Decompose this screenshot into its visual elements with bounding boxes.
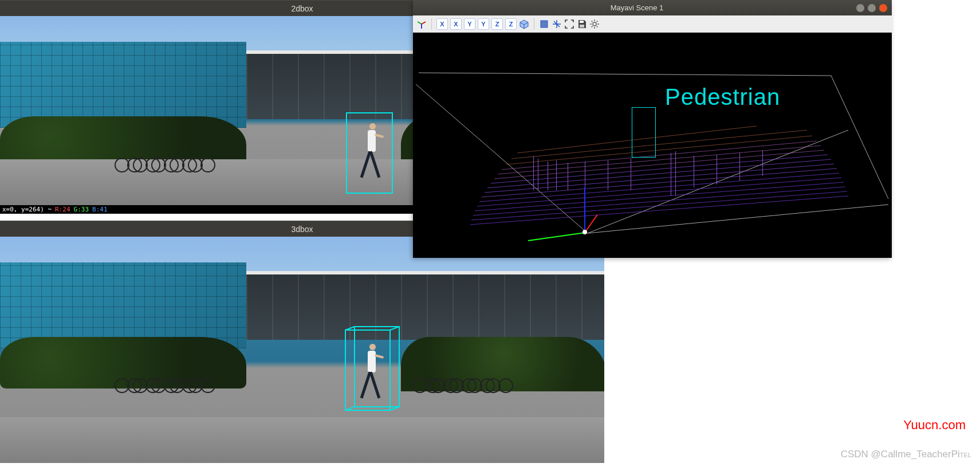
- svg-line-35: [473, 187, 845, 215]
- title-text-mayavi: Mayavi Scene 1: [418, 3, 856, 12]
- pixel-coords: x=0, y=264) ~: [2, 206, 52, 213]
- window-controls: [856, 4, 887, 12]
- svg-line-34: [471, 191, 847, 220]
- svg-rect-59: [694, 156, 694, 187]
- svg-line-36: [475, 182, 844, 211]
- svg-line-43: [494, 150, 824, 179]
- svg-rect-61: [739, 153, 740, 180]
- view-z-neg-button[interactable]: Z: [505, 18, 517, 30]
- svg-line-26: [592, 26, 593, 27]
- save-icon[interactable]: [577, 19, 587, 29]
- axis-toggle-icon[interactable]: [552, 19, 562, 29]
- image-view-3dbox[interactable]: [0, 237, 604, 463]
- view-z-pos-button[interactable]: Z: [491, 18, 503, 30]
- view-y-pos-button[interactable]: Y: [464, 18, 475, 30]
- pixel-g: G:33: [74, 206, 89, 213]
- isometric-view-icon[interactable]: [519, 19, 529, 29]
- svg-line-42: [491, 155, 828, 183]
- watermark-text: Yuucn.com: [903, 418, 966, 433]
- svg-rect-58: [675, 151, 676, 196]
- svg-rect-57: [671, 153, 671, 196]
- scene-ground: [0, 417, 604, 463]
- svg-line-25: [597, 26, 598, 27]
- detection-label: Pedestrian: [665, 84, 780, 110]
- svg-rect-60: [717, 155, 717, 185]
- svg-rect-62: [762, 150, 763, 176]
- scene-wall: [0, 262, 246, 348]
- svg-line-7: [418, 22, 422, 24]
- svg-line-6: [422, 22, 426, 24]
- axis-z-blue: [584, 187, 585, 233]
- settings-icon[interactable]: [589, 19, 600, 29]
- bbox-3d-pedestrian: [344, 325, 404, 414]
- svg-rect-17: [580, 21, 584, 23]
- svg-rect-1: [355, 327, 399, 407]
- scene-bikes-left: [115, 145, 212, 179]
- attribution-text: CSDN @Callme_TeacherPiTEL: [841, 449, 971, 460]
- svg-line-27: [597, 21, 598, 22]
- origin-dot: [583, 230, 587, 234]
- svg-rect-49: [533, 156, 534, 190]
- svg-rect-0: [345, 330, 390, 410]
- svg-rect-54: [585, 162, 585, 190]
- fullscreen-icon[interactable]: [564, 19, 574, 29]
- scene-wall: [0, 42, 246, 128]
- svg-rect-18: [580, 25, 584, 28]
- svg-line-24: [592, 21, 593, 22]
- scene-bikes-right: [412, 366, 556, 401]
- svg-line-37: [477, 178, 841, 206]
- svg-rect-13: [541, 21, 548, 28]
- title-bar-mayavi[interactable]: Mayavi Scene 1: [413, 0, 892, 15]
- svg-rect-52: [556, 160, 557, 190]
- scene-glass: [246, 271, 604, 340]
- title-text-2dbox: 2dbox: [291, 4, 313, 13]
- scene-bikes-left: [115, 366, 212, 400]
- scene-3d-viewport[interactable]: Pedestrian: [413, 33, 892, 258]
- svg-rect-55: [608, 160, 608, 190]
- pixel-b: B:41: [92, 206, 108, 213]
- point-cloud: [447, 76, 865, 242]
- bbox-2d-pedestrian: [346, 112, 393, 194]
- svg-rect-56: [631, 159, 631, 190]
- pixel-r: R:24: [55, 206, 70, 213]
- title-text-3dbox: 3dbox: [291, 225, 313, 234]
- svg-point-19: [593, 22, 596, 26]
- svg-line-40: [485, 164, 834, 193]
- minimize-button[interactable]: [856, 4, 864, 12]
- svg-rect-53: [568, 163, 568, 190]
- svg-rect-50: [538, 159, 538, 190]
- svg-rect-51: [548, 162, 548, 190]
- view-x-neg-button[interactable]: X: [450, 18, 462, 30]
- bbox-3d-pointcloud: [632, 107, 656, 158]
- close-button[interactable]: [879, 4, 887, 12]
- svg-line-39: [482, 168, 837, 197]
- svg-line-33: [470, 196, 848, 225]
- parallel-projection-icon[interactable]: [539, 19, 549, 29]
- view-x-pos-button[interactable]: X: [436, 18, 448, 30]
- toolbar-mayavi: X X Y Y Z Z: [413, 15, 892, 33]
- svg-line-41: [487, 159, 831, 188]
- maximize-button[interactable]: [868, 4, 876, 12]
- view-y-neg-button[interactable]: Y: [478, 18, 489, 30]
- window-mayavi: Mayavi Scene 1 X X Y Y Z Z: [413, 0, 892, 258]
- axes-indicator-icon[interactable]: [416, 19, 427, 29]
